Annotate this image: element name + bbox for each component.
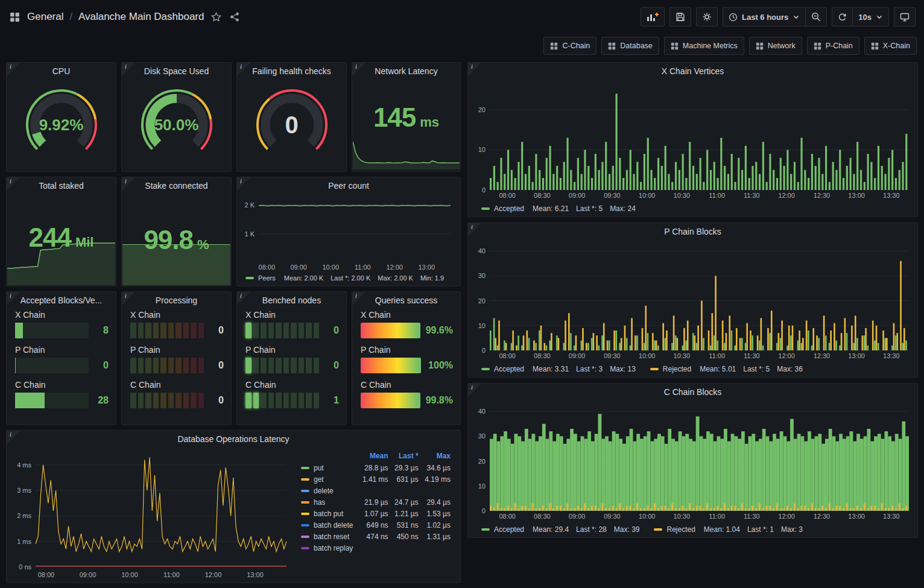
panel-info-corner[interactable]	[122, 292, 135, 305]
info-icon[interactable]: i	[240, 292, 242, 299]
cycle-view-button[interactable]	[894, 7, 916, 27]
c-blocks-chart[interactable]: 01020304008:0008:3009:0009:3010:0010:301…	[472, 400, 913, 522]
panel-title-x-vertices[interactable]: X Chain Vertices	[468, 63, 917, 80]
add-panel-button[interactable]	[641, 7, 665, 27]
series-label[interactable]: batch delete	[314, 521, 353, 530]
panel-title-disk[interactable]: Disk Space Used	[122, 63, 231, 80]
series-label[interactable]: batch replay	[314, 544, 353, 552]
row-label: X Chain	[361, 310, 453, 320]
zoom-out-button[interactable]	[805, 7, 827, 27]
legend-stat: Mean: 6.21	[533, 204, 569, 213]
panel-title-processing[interactable]: Processing	[122, 292, 231, 309]
panel-info-corner[interactable]	[122, 63, 135, 76]
refresh-button[interactable]	[832, 7, 853, 27]
series-label[interactable]: get	[314, 475, 324, 484]
breadcrumb-section[interactable]: General	[27, 11, 63, 23]
star-icon[interactable]	[210, 11, 223, 24]
legend-item-peers[interactable]: PeersMean: 2.00 KLast *: 2.00 KMax: 2.00…	[245, 274, 444, 282]
bar-fill	[15, 393, 45, 408]
series-label[interactable]: delete	[314, 487, 334, 495]
db-latency-chart[interactable]: 0 ns1 ms2 ms3 ms4 ms08:0009:0010:0011:00…	[10, 449, 293, 580]
panel-info-corner[interactable]	[7, 431, 20, 444]
svg-text:10: 10	[478, 322, 486, 329]
panel-title-stake-connected[interactable]: Stake connected	[122, 177, 231, 194]
info-icon[interactable]: i	[125, 63, 127, 70]
info-icon[interactable]: i	[355, 292, 357, 299]
panel-info-corner[interactable]	[468, 384, 481, 397]
dashboards-grid-icon[interactable]	[8, 11, 21, 24]
page-title[interactable]: Avalanche Main Dashboard	[78, 11, 204, 23]
info-icon[interactable]: i	[471, 224, 473, 230]
panel-title-queries[interactable]: Queries success	[352, 292, 460, 309]
panel-info-corner[interactable]	[237, 177, 250, 191]
panel-info-corner[interactable]	[122, 177, 135, 191]
panel-title-db-latency[interactable]: Database Operations Latency	[7, 431, 460, 447]
panel-title-accepted-blocks[interactable]: Accepted Blocks/Ve...	[7, 292, 116, 309]
save-dashboard-button[interactable]	[669, 7, 691, 27]
db-legend-header[interactable]: Max	[421, 450, 453, 462]
series-label[interactable]: batch put	[314, 510, 343, 518]
lcd-cell	[145, 358, 151, 373]
panel-info-corner[interactable]	[468, 63, 481, 76]
dashboard-link-machine-metrics[interactable]: Machine Metrics	[664, 37, 744, 55]
x-vertices-chart[interactable]: 0102008:0008:3009:0009:3010:0010:3011:00…	[472, 80, 913, 201]
panel-title-benched[interactable]: Benched nodes	[237, 292, 346, 309]
info-icon[interactable]: i	[10, 63, 11, 70]
panel-info-corner[interactable]	[237, 63, 250, 76]
info-icon[interactable]: i	[125, 292, 127, 299]
grid-icon	[756, 42, 764, 50]
panel-title-c-blocks[interactable]: C Chain Blocks	[468, 384, 917, 400]
legend-item-accepted[interactable]: AcceptedMean: 3.31Last *: 3Max: 13	[481, 365, 636, 373]
panel-info-corner[interactable]	[352, 63, 365, 76]
dashboard-link-p-chain[interactable]: P-Chain	[807, 37, 859, 55]
series-label[interactable]: put	[314, 464, 324, 472]
info-icon[interactable]: i	[240, 178, 242, 185]
panel-title-staked[interactable]: Total staked	[7, 177, 116, 194]
info-icon[interactable]: i	[125, 178, 127, 185]
dashboard-link-x-chain[interactable]: X-Chain	[864, 37, 917, 55]
panel-info-corner[interactable]	[7, 63, 20, 76]
info-icon[interactable]: i	[240, 63, 242, 70]
panel-info-corner[interactable]	[7, 292, 20, 305]
dashboard-link-c-chain[interactable]: C-Chain	[543, 37, 596, 55]
svg-text:40: 40	[478, 408, 486, 415]
time-range-picker[interactable]: Last 6 hours	[723, 7, 806, 27]
legend-swatch	[650, 368, 659, 370]
share-icon[interactable]	[229, 11, 241, 23]
dashboard-link-network[interactable]: Network	[749, 37, 802, 55]
panel-info-corner[interactable]	[237, 292, 250, 305]
svg-text:09:00: 09:00	[569, 352, 586, 359]
series-label[interactable]: has	[314, 498, 325, 507]
panel-title-cpu[interactable]: CPU	[7, 63, 116, 80]
series-label[interactable]: batch reset	[314, 533, 349, 541]
dashboard-settings-button[interactable]	[696, 7, 718, 27]
info-icon[interactable]: i	[471, 63, 473, 70]
panel-title-health[interactable]: Failing health checks	[237, 63, 346, 80]
p-blocks-chart[interactable]: 01020304008:0008:3009:0009:3010:0010:301…	[472, 240, 913, 361]
db-legend-header[interactable]: Last *	[391, 450, 421, 462]
refresh-interval-select[interactable]: 10s	[852, 7, 889, 27]
info-icon[interactable]: i	[471, 384, 473, 391]
peer-count-chart[interactable]: 1 K2 K08:0009:0010:0011:0012:0013:00	[241, 194, 455, 273]
legend-item-accepted[interactable]: AcceptedMean: 6.21Last *: 5Max: 24	[481, 204, 636, 213]
svg-text:20: 20	[478, 458, 486, 465]
panel-title-latency[interactable]: Network Latency	[352, 63, 460, 80]
panel-info-corner[interactable]	[468, 223, 481, 236]
row-label: X Chain	[245, 310, 339, 320]
panel-info-corner[interactable]	[7, 177, 20, 191]
panel-title-peer-count[interactable]: Peer count	[237, 177, 460, 194]
panel-title-p-blocks[interactable]: P Chain Blocks	[468, 223, 917, 240]
latency-sparkline[interactable]	[353, 137, 460, 171]
refresh-controls: 10s	[832, 7, 889, 27]
info-icon[interactable]: i	[10, 292, 11, 299]
info-icon[interactable]: i	[355, 63, 357, 70]
lcd-cell	[160, 358, 166, 373]
info-icon[interactable]: i	[10, 178, 11, 185]
info-icon[interactable]: i	[10, 431, 11, 438]
legend-item-accepted[interactable]: AcceptedMean: 29.4Last *: 28Max: 39	[481, 525, 639, 534]
panel-info-corner[interactable]	[352, 292, 365, 305]
legend-item-rejected[interactable]: RejectedMean: 5.01Last *: 5Max: 36	[650, 365, 803, 373]
dashboard-link-database[interactable]: Database	[601, 37, 659, 55]
db-legend-header[interactable]: Mean	[358, 450, 390, 462]
legend-item-rejected[interactable]: RejectedMean: 1.04Last *: 1Max: 3	[654, 525, 802, 534]
